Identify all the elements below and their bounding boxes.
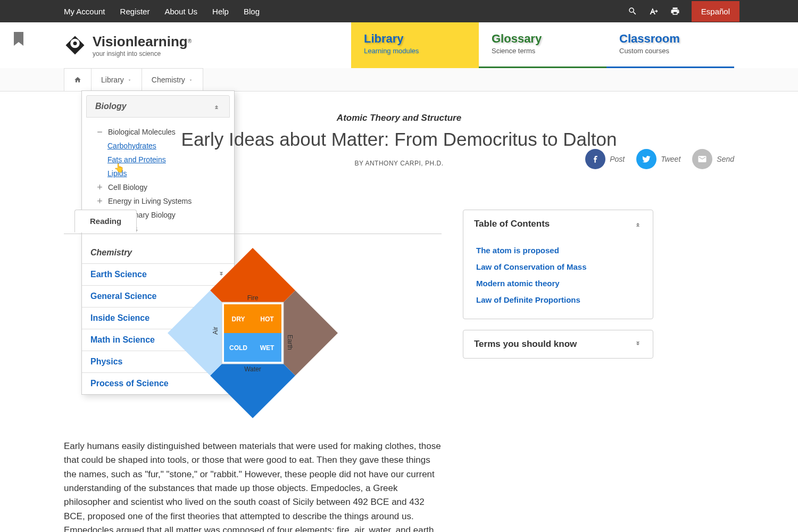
chevron-down-icon: [127, 78, 132, 82]
svg-text:WET: WET: [260, 344, 275, 352]
dropdown-link-lipids[interactable]: Lipids: [86, 167, 230, 180]
main-content: Reading DRY HOT COLD WET Fire Earth: [64, 210, 442, 532]
article-title: Early Ideas about Matter: From Democritu…: [0, 129, 798, 150]
nav-tab-library-title: Library: [364, 32, 466, 46]
share-twitter[interactable]: Tweet: [636, 149, 680, 169]
nav-tab-library-sub: Learning modules: [364, 47, 466, 55]
svg-text:Air: Air: [212, 327, 219, 335]
share-email-label: Send: [717, 155, 734, 163]
breadcrumb-home[interactable]: [64, 68, 91, 91]
dropdown-item-label: Energy in Living Systems: [108, 197, 192, 205]
share-facebook[interactable]: Post: [585, 149, 625, 169]
plus-icon: +: [97, 184, 103, 191]
terms-header[interactable]: Terms you should know: [463, 330, 653, 358]
bookmark-icon[interactable]: [14, 32, 23, 46]
font-size-icon[interactable]: [649, 6, 659, 16]
svg-text:DRY: DRY: [232, 315, 245, 323]
svg-text:COLD: COLD: [229, 344, 247, 352]
top-right-tools: Español: [628, 1, 734, 22]
breadcrumb-chemistry[interactable]: Chemistry: [142, 68, 203, 91]
email-icon: [692, 149, 712, 169]
blog-link[interactable]: Blog: [244, 7, 260, 16]
header: Visionlearning® your insight into scienc…: [0, 22, 798, 68]
biology-group-energy[interactable]: + Energy in Living Systems: [86, 194, 230, 208]
toc-list: The atom is proposed Law of Conservation…: [463, 238, 653, 319]
article-body: Early humans easily distinguished betwee…: [64, 439, 442, 532]
home-icon: [74, 76, 81, 84]
nav-tab-glossary-title: Glossary: [492, 32, 594, 46]
nav-tab-classroom-title: Classroom: [619, 32, 721, 46]
logo-tagline: your insight into science: [93, 50, 192, 57]
facebook-icon: [585, 149, 605, 169]
chevron-up-double-icon: [634, 220, 642, 228]
plus-icon: +: [97, 197, 103, 205]
sidebar: Table of Contents The atom is proposed L…: [463, 210, 653, 532]
svg-text:Earth: Earth: [286, 335, 294, 350]
chevron-down-double-icon: [634, 340, 642, 348]
toc-item-atom-proposed[interactable]: The atom is proposed: [463, 242, 653, 259]
language-toggle[interactable]: Español: [692, 1, 739, 22]
register-link[interactable]: Register: [120, 7, 150, 16]
nav-tab-classroom-sub: Custom courses: [619, 47, 721, 55]
nav-tab-glossary-sub: Science terms: [492, 47, 594, 55]
top-bar: My Account Register About Us Help Blog E…: [0, 0, 798, 22]
logo-text: Visionlearning: [93, 34, 188, 49]
my-account-link[interactable]: My Account: [64, 7, 105, 16]
breadcrumb-bar: Library Chemistry: [0, 68, 798, 92]
share-facebook-label: Post: [610, 155, 625, 163]
social-share: Post Tweet Send: [585, 149, 734, 169]
terms-panel: Terms you should know: [463, 330, 653, 359]
chevron-down-icon: [188, 78, 193, 82]
svg-point-1: [73, 41, 77, 45]
share-email[interactable]: Send: [692, 149, 734, 169]
logo-icon: [64, 34, 86, 56]
nav-tab-classroom[interactable]: Classroom Custom courses: [606, 22, 734, 68]
about-us-link[interactable]: About Us: [164, 7, 197, 16]
nav-tab-library[interactable]: Library Learning modules: [351, 22, 479, 68]
breadcrumb-library-label: Library: [101, 76, 124, 84]
search-icon[interactable]: [628, 6, 637, 16]
four-elements-diagram: DRY HOT COLD WET Fire Earth Water Air: [64, 248, 442, 418]
twitter-icon: [636, 149, 656, 169]
nav-tabs: Library Learning modules Glossary Scienc…: [351, 22, 734, 68]
breadcrumb-library[interactable]: Library: [91, 68, 142, 91]
toc-item-conservation-mass[interactable]: Law of Conservation of Mass: [463, 259, 653, 275]
svg-text:HOT: HOT: [260, 315, 274, 323]
toc-header[interactable]: Table of Contents: [463, 210, 653, 238]
toc-title: Table of Contents: [474, 219, 550, 229]
top-links: My Account Register About Us Help Blog: [64, 7, 260, 16]
toc-item-atomic-theory[interactable]: Modern atomic theory: [463, 275, 653, 292]
svg-text:Fire: Fire: [247, 294, 259, 302]
share-twitter-label: Tweet: [661, 155, 680, 163]
biology-group-cell-biology[interactable]: + Cell Biology: [86, 180, 230, 194]
dropdown-item-label: Cell Biology: [108, 183, 147, 192]
reading-tab-bar: Reading: [64, 210, 442, 234]
help-link[interactable]: Help: [212, 7, 229, 16]
reading-tab[interactable]: Reading: [74, 210, 137, 232]
nav-tab-glossary[interactable]: Glossary Science terms: [479, 22, 606, 68]
print-icon[interactable]: [670, 6, 680, 16]
svg-text:Water: Water: [244, 365, 261, 373]
breadcrumb-chemistry-label: Chemistry: [152, 76, 185, 84]
toc-item-definite-proportions[interactable]: Law of Definite Proportions: [463, 292, 653, 308]
terms-title: Terms you should know: [474, 339, 577, 350]
logo[interactable]: Visionlearning® your insight into scienc…: [64, 22, 351, 68]
toc-panel: Table of Contents The atom is proposed L…: [463, 210, 653, 319]
article-topic: Atomic Theory and Structure: [0, 113, 798, 123]
